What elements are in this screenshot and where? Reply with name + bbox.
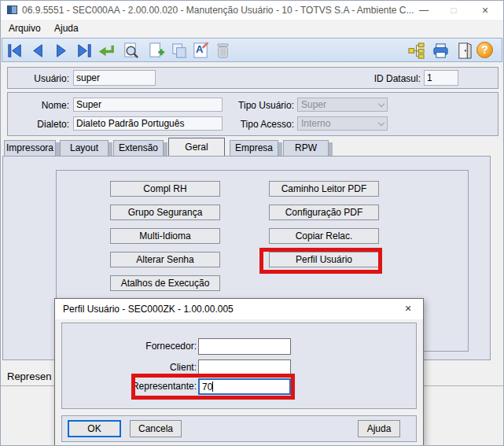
- representante-label: Representante:: [86, 381, 197, 392]
- tab-layout[interactable]: Layout: [60, 140, 109, 156]
- dialog-close-icon[interactable]: ×: [393, 299, 423, 319]
- menu-ajuda[interactable]: Ajuda: [54, 23, 79, 34]
- id-datasul-label: ID Datasul:: [359, 73, 421, 84]
- atalhos-execucao-button[interactable]: Atalhos de Execução: [110, 275, 220, 291]
- dialog-title: Perfil Usuário - SEC000ZK - 1.00.00.005: [63, 304, 234, 315]
- delete-record-icon[interactable]: [213, 41, 233, 61]
- chevron-down-icon: [378, 101, 384, 107]
- id-datasul-input[interactable]: [424, 70, 458, 86]
- tab-strip: Impressora Layout Extensão Geral Empresa…: [2, 139, 491, 156]
- configuracao-pdf-button[interactable]: Configuração PDF: [269, 205, 379, 220]
- tipo-acesso-label: Tipo Acesso:: [225, 119, 294, 130]
- representante-value: 70: [202, 381, 212, 393]
- chevron-down-icon: [378, 120, 384, 126]
- search-view-icon[interactable]: [121, 41, 141, 61]
- dialeto-input[interactable]: [73, 116, 223, 131]
- cancela-button[interactable]: Cancela: [130, 420, 182, 437]
- tab-impressora[interactable]: Impressora: [4, 140, 56, 156]
- fornecedor-label: Fornecedor:: [86, 341, 197, 352]
- nome-input[interactable]: [73, 98, 223, 112]
- multi-idioma-button[interactable]: Multi-Idioma: [110, 228, 220, 244]
- hierarchy-tree-icon[interactable]: [407, 41, 426, 61]
- status-text: Represen: [7, 370, 51, 382]
- edit-record-icon[interactable]: A: [191, 41, 211, 61]
- window-title: 06.9.5551 - SEC000AA - 2.00.00.020 - Man…: [22, 5, 414, 16]
- compl-rh-button[interactable]: Compl RH: [110, 181, 220, 197]
- minimize-button[interactable]: —: [410, 1, 437, 20]
- ajuda-button[interactable]: Ajuda: [358, 420, 400, 437]
- exit-door-icon[interactable]: [454, 41, 474, 61]
- menu-arquivo[interactable]: Arquivo: [9, 23, 41, 34]
- tab-empresa[interactable]: Empresa: [230, 140, 278, 156]
- dialog-button-bar: OK Cancela Ajuda: [61, 415, 417, 442]
- copiar-relac-button[interactable]: Copiar Relac.: [269, 228, 379, 244]
- alterar-senha-button[interactable]: Alterar Senha: [110, 252, 220, 267]
- tab-rpw[interactable]: RPW: [283, 140, 329, 156]
- next-record-icon[interactable]: [51, 41, 71, 61]
- app-icon: [7, 6, 17, 14]
- caminho-leitor-pdf-button[interactable]: Caminho Leitor PDF: [269, 181, 379, 197]
- tipo-acesso-select[interactable]: Interno: [297, 116, 388, 131]
- tipo-usuario-value: Super: [301, 99, 326, 110]
- help-glyph: ?: [476, 42, 493, 58]
- ok-button[interactable]: OK: [68, 420, 121, 437]
- enter-confirm-icon[interactable]: [97, 41, 116, 61]
- print-icon[interactable]: [431, 41, 451, 61]
- tipo-acesso-value: Interno: [301, 118, 330, 129]
- maximize-button[interactable]: □: [440, 1, 467, 20]
- nome-label: Nome:: [8, 100, 69, 111]
- dialeto-label: Dialeto:: [8, 119, 69, 130]
- perfil-usuario-dialog: Perfil Usuário - SEC000ZK - 1.00.00.005 …: [54, 298, 424, 446]
- edit-letter: A: [196, 43, 203, 55]
- user-key-groupbox: Usuário: ID Datasul:: [7, 67, 498, 89]
- usuario-label: Usuário:: [8, 73, 69, 84]
- tipo-usuario-select[interactable]: Super: [297, 98, 388, 112]
- text-caret: [212, 381, 213, 392]
- grupo-seguranca-button[interactable]: Grupo Segurança: [110, 205, 220, 220]
- perfil-usuario-button[interactable]: Perfil Usuário: [269, 252, 379, 267]
- toolbar: A ?: [2, 38, 502, 62]
- help-icon[interactable]: ?: [476, 41, 495, 61]
- last-record-icon[interactable]: [74, 41, 94, 61]
- new-record-icon[interactable]: [147, 41, 167, 61]
- fornecedor-input[interactable]: [198, 338, 291, 355]
- tab-geral[interactable]: Geral: [168, 138, 225, 156]
- close-button[interactable]: ×: [472, 1, 498, 20]
- representante-input[interactable]: 70: [198, 378, 291, 395]
- dialog-title-bar: Perfil Usuário - SEC000ZK - 1.00.00.005 …: [55, 299, 423, 319]
- title-bar: 06.9.5551 - SEC000AA - 2.00.00.020 - Man…: [1, 1, 503, 20]
- usuario-input[interactable]: [73, 70, 156, 86]
- previous-record-icon[interactable]: [28, 41, 48, 61]
- first-record-icon[interactable]: [6, 41, 25, 61]
- copy-record-icon[interactable]: [169, 41, 189, 61]
- user-info-groupbox: Nome: Dialeto: Tipo Usuário: Super Tipo …: [7, 92, 498, 136]
- menu-bar: Arquivo Ajuda: [1, 20, 503, 37]
- tab-extensao[interactable]: Extensão: [113, 140, 164, 156]
- tipo-usuario-label: Tipo Usuário:: [225, 100, 294, 111]
- client-input[interactable]: [198, 359, 291, 376]
- client-label: Client:: [86, 362, 197, 373]
